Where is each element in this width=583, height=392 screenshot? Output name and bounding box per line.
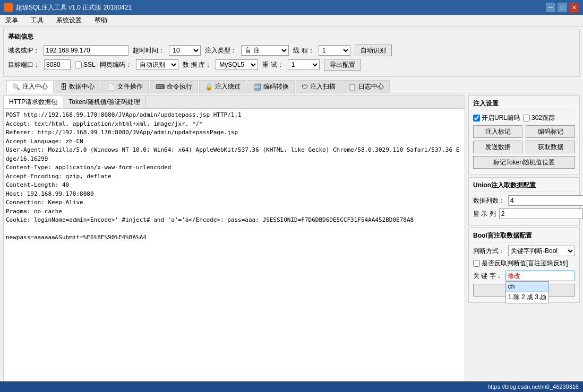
domain-input[interactable] bbox=[44, 45, 128, 56]
redirect-302-checkbox-label[interactable]: 302跟踪 bbox=[523, 114, 555, 123]
window-title: 超级SQL注入工具 v1.0 正式版 20180421 bbox=[16, 3, 132, 12]
basic-info-section: 基础信息 域名或IP： 超时时间： 10 注入类型： 盲 注 线 程： 1 自动… bbox=[3, 29, 580, 77]
menu-item-help[interactable]: 帮助 bbox=[91, 15, 110, 26]
inject-mark-row: 注入标记 编码标记 bbox=[473, 125, 575, 138]
menu-item-main[interactable]: 菜单 bbox=[2, 15, 21, 26]
maximize-button[interactable]: □ bbox=[558, 3, 567, 12]
inject-settings-section: 注入设置 开启URL编码 302跟踪 注入标记 编码标记 发送数据 获取数据 标… bbox=[468, 95, 580, 175]
keyword-label: 关 键 字： bbox=[473, 272, 502, 281]
left-panel-tabs: HTTP请求数据包 Token/随机值/验证码处理 bbox=[4, 96, 465, 109]
request-scroll-area[interactable]: POST http://192.168.99.170:8080/JVApp/ad… bbox=[4, 109, 465, 392]
tab-data-center[interactable]: 🗄 数据中心 bbox=[55, 80, 100, 93]
tab-file-ops[interactable]: 📄 文件操作 bbox=[101, 80, 149, 93]
database-label: 数 据 库： bbox=[183, 60, 212, 69]
title-controls: ─ □ ✕ bbox=[546, 3, 579, 12]
encoding-select[interactable]: 自动识别 bbox=[136, 59, 178, 70]
retry-label: 重 试： bbox=[262, 60, 283, 69]
display-column-input[interactable] bbox=[499, 208, 583, 219]
judge-method-label: 判断方式： bbox=[473, 247, 505, 256]
title-bar-left: 超级SQL注入工具 v1.0 正式版 20180421 bbox=[4, 3, 132, 12]
log-center-icon: 📋 bbox=[348, 83, 356, 91]
database-select[interactable]: MySQL5 bbox=[216, 59, 258, 70]
left-tab-request[interactable]: HTTP请求数据包 bbox=[4, 96, 63, 108]
url-encode-row: 开启URL编码 302跟踪 bbox=[473, 114, 575, 123]
close-button[interactable]: ✕ bbox=[569, 3, 579, 12]
basic-info-title: 基础信息 bbox=[8, 32, 575, 41]
ime-dropdown: ch 1.陈 2.成 3.趋 bbox=[505, 281, 550, 303]
inject-settings-title: 注入设置 bbox=[473, 99, 575, 110]
union-config-title: Union注入取数据配置 bbox=[473, 181, 575, 192]
encode-icon: 🔤 bbox=[253, 83, 261, 91]
request-content: POST http://192.168.99.170:8080/JVApp/ad… bbox=[4, 109, 465, 245]
export-config-button[interactable]: 导出配置 bbox=[324, 59, 361, 71]
thread-select[interactable]: 1 bbox=[319, 45, 350, 56]
ime-container: ch 1.陈 2.成 3.趋 bbox=[505, 271, 575, 281]
send-get-row: 发送数据 获取数据 bbox=[473, 141, 575, 153]
tab-inject-center[interactable]: 🔍 注入中心 bbox=[6, 80, 54, 93]
menu-bar: 菜单 工具 系统设置 帮助 bbox=[0, 15, 583, 27]
retry-select[interactable]: 1 bbox=[288, 59, 320, 70]
title-bar: 超级SQL注入工具 v1.0 正式版 20180421 ─ □ ✕ bbox=[0, 0, 583, 15]
url-encode-checkbox[interactable] bbox=[473, 115, 480, 121]
data-center-icon: 🗄 bbox=[61, 83, 67, 91]
send-data-button[interactable]: 发送数据 bbox=[473, 141, 522, 153]
file-ops-icon: 📄 bbox=[107, 83, 115, 91]
display-column-label: 显 示 列 bbox=[473, 210, 496, 219]
reverse-judge-row: 是否反取判断值[盲注逻辑反转] bbox=[473, 259, 575, 268]
keyword-input[interactable] bbox=[505, 271, 575, 281]
info-row-2: 目标端口： SSL 网页编码： 自动识别 数 据 库： MySQL5 重 试： … bbox=[8, 59, 575, 71]
target-port-label: 目标端口： bbox=[8, 60, 40, 69]
display-column-row: 显 示 列 bbox=[473, 208, 575, 219]
ssl-checkbox-label[interactable]: SSL bbox=[75, 61, 96, 68]
url-encode-checkbox-label[interactable]: 开启URL编码 bbox=[473, 114, 520, 123]
judge-method-select[interactable]: 关键字判断-Bool bbox=[508, 246, 575, 256]
data-columns-row: 数据列数： bbox=[473, 195, 575, 206]
bool-config-section: Bool盲注取数据配置 判断方式： 关键字判断-Bool 是否反取判断值[盲注逻… bbox=[468, 228, 580, 303]
tab-inject-scan[interactable]: 🛡 注入扫描 bbox=[296, 80, 341, 93]
inject-type-select[interactable]: 盲 注 bbox=[241, 45, 289, 56]
timeout-select[interactable]: 10 bbox=[169, 45, 201, 56]
redirect-302-checkbox[interactable] bbox=[523, 115, 530, 121]
app-icon bbox=[4, 3, 13, 12]
get-data-button[interactable]: 获取数据 bbox=[526, 141, 575, 153]
auto-detect-button[interactable]: 自动识别 bbox=[355, 45, 392, 56]
union-config-section: Union注入取数据配置 数据列数： 显 示 列 bbox=[468, 177, 580, 225]
data-columns-input[interactable] bbox=[508, 195, 583, 206]
timeout-label: 超时时间： bbox=[133, 46, 165, 55]
reverse-judge-label: 是否反取判断值[盲注逻辑反转] bbox=[482, 259, 568, 268]
tab-log-center[interactable]: 📋 日志中心 bbox=[342, 80, 390, 93]
ssl-checkbox[interactable] bbox=[75, 62, 82, 68]
left-tab-token[interactable]: Token/随机值/验证码处理 bbox=[63, 96, 146, 108]
tab-cmd-exec[interactable]: ⌨ 命令执行 bbox=[150, 80, 198, 93]
encode-mark-button[interactable]: 编码标记 bbox=[526, 125, 575, 138]
inject-mark-button[interactable]: 注入标记 bbox=[473, 125, 522, 138]
tab-encode[interactable]: 🔤 编码转换 bbox=[247, 80, 295, 93]
tab-bar: 🔍 注入中心 🗄 数据中心 📄 文件操作 ⌨ 命令执行 🔓 注入绕过 🔤 编码转… bbox=[3, 79, 580, 93]
thread-label: 线 程： bbox=[293, 46, 314, 55]
info-row-1: 域名或IP： 超时时间： 10 注入类型： 盲 注 线 程： 1 自动识别 bbox=[8, 45, 575, 56]
menu-item-tools[interactable]: 工具 bbox=[28, 15, 47, 26]
tab-inject-bypass[interactable]: 🔓 注入绕过 bbox=[199, 80, 246, 93]
menu-item-settings[interactable]: 系统设置 bbox=[53, 15, 85, 26]
right-panel: 注入设置 开启URL编码 302跟踪 注入标记 编码标记 发送数据 获取数据 标… bbox=[468, 95, 580, 392]
minimize-button[interactable]: ─ bbox=[546, 3, 555, 12]
inject-bypass-icon: 🔓 bbox=[205, 83, 213, 91]
left-panel: HTTP请求数据包 Token/随机值/验证码处理 POST http://19… bbox=[3, 95, 465, 392]
target-port-input[interactable] bbox=[44, 59, 71, 70]
inject-scan-icon: 🛡 bbox=[302, 83, 308, 91]
ime-composition: ch bbox=[506, 282, 549, 292]
bool-config-title: Bool盲注取数据配置 bbox=[473, 231, 575, 242]
keyword-row: 关 键 字： ch 1.陈 2.成 3.趋 bbox=[473, 271, 575, 281]
mark-token-button[interactable]: 标记Token随机值位置 bbox=[473, 156, 575, 169]
inject-type-label: 注入类型： bbox=[205, 46, 237, 55]
reverse-judge-checkbox[interactable] bbox=[473, 260, 480, 267]
cmd-exec-icon: ⌨ bbox=[156, 83, 165, 91]
encoding-label: 网页编码： bbox=[100, 60, 132, 69]
inject-center-icon: 🔍 bbox=[12, 83, 20, 91]
ime-candidates: 1.陈 2.成 3.趋 bbox=[506, 292, 549, 303]
main-content: HTTP请求数据包 Token/随机值/验证码处理 POST http://19… bbox=[3, 95, 580, 392]
data-columns-label: 数据列数： bbox=[473, 196, 505, 205]
domain-label: 域名或IP： bbox=[8, 46, 39, 55]
status-url: https://blog.csdn.net/m0_46230316 bbox=[487, 384, 579, 390]
judge-method-row: 判断方式： 关键字判断-Bool bbox=[473, 246, 575, 256]
